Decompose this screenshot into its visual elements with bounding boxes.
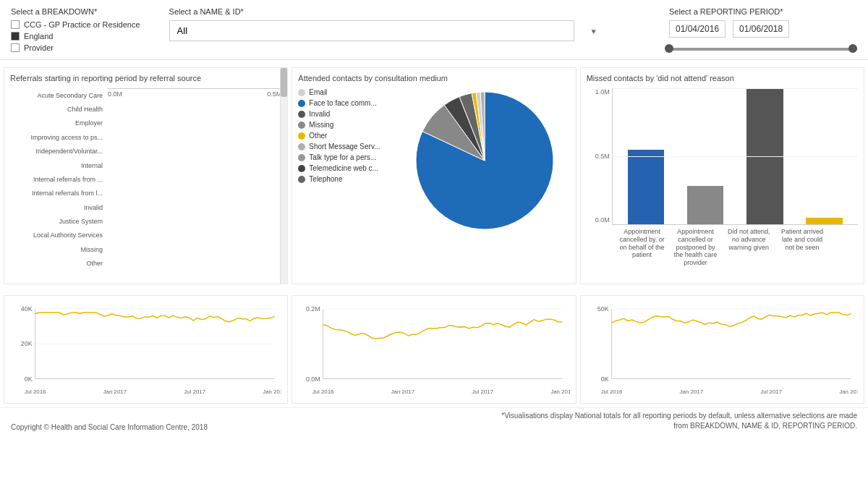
legend-label: Telemedicine web c... [309,164,378,172]
missed-chart-container: 1.0M 0.5M 0.0M Appointment cancelled by,… [587,88,858,271]
legend-dot [298,100,305,107]
missed-x-label: Patient arrived late and could not be se… [779,228,825,267]
legend-label: Telephone [309,175,342,183]
slider-handle-left[interactable] [665,44,673,53]
missed-chart-title: Missed contacts by 'did not attend' reas… [587,74,858,82]
bar-label: Justice System [10,218,105,225]
date-range: 01/04/2016 01/06/2018 [669,20,857,38]
breakdown-section: Select a BREAKDOWN* CCG - GP Practice or… [11,7,140,52]
checkbox-icon [11,20,20,29]
referral-chart-title: Referrals starting in reporting period b… [10,74,281,82]
svg-text:20K: 20K [21,340,33,347]
line-panel-1: 40K20K0KJul 2016Jan 2017Jul 2017Jan 2018 [4,295,288,404]
footer-note: *Visualisations display National totals … [495,411,857,431]
scroll-indicator[interactable] [280,68,287,284]
missed-bar [806,218,843,224]
reporting-label: Select a REPORTING PERIOD* [669,7,857,16]
svg-text:Jul 2016: Jul 2016 [312,388,334,395]
missed-bar [687,186,724,224]
breakdown-label: Select a BREAKDOWN* [11,7,140,16]
bar-label: Employer [10,119,105,127]
svg-text:0.2M: 0.2M [306,305,320,313]
legend-item: Telephone [298,175,392,183]
legend-item: Other [298,132,392,140]
date-start[interactable]: 01/04/2016 [669,20,726,38]
bar-label: Internal [10,162,105,169]
pie-legend: EmailFace to face comm...InvalidMissingO… [298,88,392,233]
footer: Copyright © Health and Social Care Infor… [0,407,868,434]
svg-text:Jan 2018: Jan 2018 [263,388,281,395]
svg-text:Jan 2017: Jan 2017 [103,388,127,395]
bar-label: Independent/Voluntar... [10,148,105,155]
svg-text:50K: 50K [597,305,608,313]
slider-fill [669,48,857,51]
bar-label: Invalid [10,204,105,211]
breakdown-option[interactable]: Provider [11,43,140,52]
missed-x-label: Appointment cancelled or postponed by th… [672,228,718,267]
legend-item: Invalid [298,110,392,118]
bar-label: Other [10,260,105,267]
pie-chart-panel: Attended contacts by consultation medium… [292,67,576,284]
svg-text:Jan 2017: Jan 2017 [391,388,415,395]
x-label-1: 0.5M [267,90,281,98]
pie-chart-title: Attended contacts by consultation medium [298,74,569,82]
slider-handle-right[interactable] [848,44,857,53]
bar-area [108,88,281,89]
bar-labels: Acute Secondary CareChild HealthEmployer… [10,88,108,271]
missed-y-labels: 1.0M 0.5M 0.0M [587,88,612,225]
svg-text:0K: 0K [600,375,608,383]
legend-label: Email [309,88,327,96]
svg-text:Jul 2016: Jul 2016 [25,388,46,395]
missed-x-labels: Appointment cancelled by, or on behalf o… [587,225,858,267]
missed-chart-panel: Missed contacts by 'did not attend' reas… [580,67,864,284]
line-svg-3: 50K0KJul 2016Jan 2017Jul 2017Jan 2018 [587,302,858,397]
breakdown-option[interactable]: CCG - GP Practice or Residence [11,20,140,29]
name-label: Select a NAME & ID* [169,7,603,16]
breakdown-option[interactable]: England [11,32,140,41]
line-panel-3: 50K0KJul 2016Jan 2017Jul 2017Jan 2018 [580,295,864,404]
bar-label: Child Health [10,106,105,113]
legend-dot [298,111,305,118]
top-controls: Select a BREAKDOWN* CCG - GP Practice or… [0,0,868,60]
breakdown-option-label: CCG - GP Practice or Residence [24,20,140,29]
copyright: Copyright © Health and Social Care Infor… [11,423,208,431]
dropdown-arrow-icon: ▼ [590,27,597,35]
svg-text:Jan 2018: Jan 2018 [551,388,570,395]
line-svg-2: 0.2M0.0MJul 2016Jan 2017Jul 2017Jan 2018 [298,302,569,397]
name-dropdown[interactable]: All [169,20,574,41]
line-panel-2: 0.2M0.0MJul 2016Jan 2017Jul 2017Jan 2018 [292,295,576,404]
pie-svg [412,88,557,233]
line-charts-row: 40K20K0KJul 2016Jan 2017Jul 2017Jan 2018… [0,292,868,407]
legend-dot [298,122,305,129]
legend-dot [298,143,305,150]
scroll-thumb [281,68,287,97]
name-section: Select a NAME & ID* All ▼ [169,7,603,41]
svg-text:0K: 0K [25,375,33,383]
breakdown-option-label: Provider [24,43,54,52]
bar-label: Internal referrals from ... [10,176,105,183]
legend-item: Talk type for a pers... [298,153,392,161]
date-slider[interactable] [669,48,857,51]
y-label-1m: 1.0M [587,88,610,95]
legend-item: Email [298,88,392,96]
breakdown-option-label: England [24,32,53,41]
legend-label: Short Message Serv... [309,143,380,150]
date-end[interactable]: 01/06/2018 [733,20,789,38]
legend-label: Invalid [309,110,330,118]
charts-row-1: Referrals starting in reporting period b… [0,60,868,292]
legend-item: Telemedicine web c... [298,164,392,172]
legend-label: Other [309,132,327,140]
missed-x-label: Did not attend, no advance warning given [726,228,772,267]
pie-svg-container [399,88,569,233]
y-label-0m: 0.0M [587,216,610,224]
legend-dot [298,132,305,140]
svg-text:0.0M: 0.0M [306,375,320,383]
legend-label: Face to face comm... [309,99,376,107]
svg-text:Jul 2017: Jul 2017 [184,388,205,395]
pie-content: EmailFace to face comm...InvalidMissingO… [298,88,569,233]
svg-text:40K: 40K [21,305,33,313]
bar-label: Internal referrals from l... [10,190,105,197]
svg-text:Jul 2017: Jul 2017 [472,388,494,395]
legend-item: Missing [298,121,392,129]
y-label-05m: 0.5M [587,153,610,160]
